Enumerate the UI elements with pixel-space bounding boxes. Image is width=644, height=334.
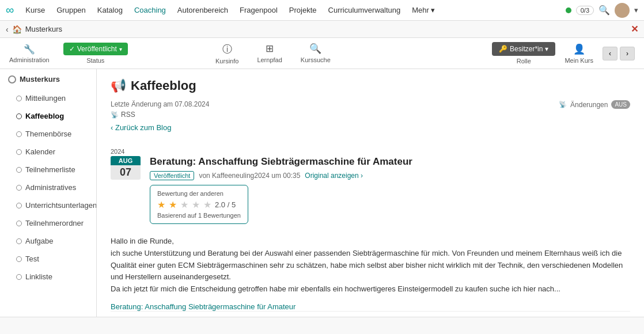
date-badge: AUG 07: [111, 156, 141, 231]
sidebar: Musterkurs Mitteilungen Kaffeeblog Theme…: [0, 69, 97, 317]
sidebar-header: Musterkurs: [0, 69, 96, 89]
back-button[interactable]: ‹: [6, 25, 9, 34]
rolle-label: Besitzer*in: [510, 45, 543, 53]
sidebar-item-kaffeeblog[interactable]: Kaffeeblog: [0, 107, 96, 125]
nav-curriculum[interactable]: Curriculumverwaltung: [324, 3, 406, 17]
back-to-blog-link[interactable]: ‹ Zurück zum Blog: [111, 123, 171, 132]
post-author-date: von Kaffeeneuling2024 um 00:35: [199, 172, 300, 180]
sidebar-label-aufgabe: Aufgabe: [25, 237, 53, 245]
mein-kurs-icon: 👤: [573, 43, 585, 55]
rolle-area: 🔑 Besitzer*in ▾ Rolle: [492, 42, 555, 64]
sidebar-item-aufgabe[interactable]: Aufgabe: [0, 232, 96, 250]
nav-right: 0/3 🔍 ▾: [566, 3, 638, 18]
rating-label: Bewertung der anderen: [157, 190, 241, 197]
sidebar-item-linkliste[interactable]: Linkliste: [0, 268, 96, 286]
administration-button[interactable]: 🔧 Administration: [9, 44, 50, 63]
prev-button[interactable]: ‹: [603, 47, 618, 60]
kursinfo-label: Kursinfo: [215, 58, 238, 64]
lernpfad-button[interactable]: ⊞ Lernpfad: [257, 43, 282, 64]
sidebar-dot-icon: [16, 238, 22, 244]
sidebar-label-test: Test: [25, 255, 39, 263]
kurssuche-icon: 🔍: [309, 43, 321, 55]
nav-coaching[interactable]: Coaching: [130, 3, 171, 17]
date-day: 07: [111, 165, 141, 180]
published-badge: Veröffentlicht: [150, 171, 194, 180]
sidebar-dot-icon: [16, 113, 22, 119]
notification-badge[interactable]: 0/3: [576, 6, 594, 15]
nav-katalog[interactable]: Katalog: [93, 3, 127, 17]
page-title: Kaffeeblog: [131, 78, 196, 93]
sidebar-item-kalender[interactable]: Kalender: [0, 143, 96, 161]
nav-gruppen[interactable]: Gruppen: [52, 3, 90, 17]
rating-box: Bewertung der anderen ★ ★ ★ ★ ★ 2.0 / 5 …: [150, 185, 248, 224]
rss-small-icon: 📡: [559, 101, 567, 108]
status-button[interactable]: ✓ Veröffentlicht ▾: [63, 43, 128, 55]
post-meta-row: Veröffentlicht von Kaffeeneuling2024 um …: [150, 171, 630, 180]
page-title-row: 📢 Kaffeeblog: [111, 78, 630, 93]
sidebar-label-mitteilungen: Mitteilungen: [25, 94, 66, 103]
comments-row[interactable]: 💬 Kommentare (0): [111, 311, 630, 317]
main-layout: Musterkurs Mitteilungen Kaffeeblog Theme…: [0, 69, 644, 317]
checkmark-icon: ✓: [69, 45, 75, 53]
year-label: 2024: [111, 148, 630, 155]
sidebar-item-administratives[interactable]: Administratives: [0, 179, 96, 196]
nav-projekte[interactable]: Projekte: [285, 3, 321, 17]
meta-area: Letzte Änderung am 07.08.2024 📡 Änderung…: [111, 100, 630, 119]
nav-autorenbereich[interactable]: Autorenbereich: [173, 3, 233, 17]
main-content: 📢 Kaffeeblog Letzte Änderung am 07.08.20…: [97, 69, 644, 317]
star-5: ★: [203, 199, 211, 210]
sidebar-dot-icon: [16, 203, 22, 208]
sidebar-label-themenboerse: Themenbörse: [25, 130, 71, 138]
nav-kurse[interactable]: Kurse: [21, 3, 50, 17]
caret-down-icon: ▾: [119, 46, 122, 52]
sidebar-item-test[interactable]: Test: [0, 250, 96, 268]
key-icon: 🔑: [499, 45, 507, 53]
sidebar-item-teilnehmerliste[interactable]: Teilnehmerliste: [0, 161, 96, 179]
close-button[interactable]: ✕: [631, 24, 638, 35]
nav-fragenpool[interactable]: Fragenpool: [235, 3, 282, 17]
sidebar-label-administratives: Administratives: [25, 183, 76, 192]
bottom-bar: [0, 317, 644, 334]
star-4: ★: [192, 199, 200, 210]
sidebar-item-teilnehmerordner[interactable]: Teilnehmerordner: [0, 214, 96, 232]
home-icon[interactable]: 🏠: [12, 25, 22, 34]
rolle-button[interactable]: 🔑 Besitzer*in ▾: [492, 42, 555, 56]
next-button[interactable]: ›: [620, 47, 635, 60]
status-area: ✓ Veröffentlicht ▾ Status: [63, 43, 128, 64]
top-nav: ∞ Kurse Gruppen Katalog Coaching Autoren…: [0, 0, 644, 21]
rss-link[interactable]: 📡 RSS: [111, 111, 630, 119]
star-3: ★: [180, 199, 188, 210]
original-link[interactable]: Original anzeigen ›: [305, 172, 363, 180]
kurssuche-button[interactable]: 🔍 Kurssuche: [301, 43, 331, 64]
post-body-text: Hallo in die Runde, ich suche Unterstütz…: [111, 236, 630, 295]
user-menu-icon[interactable]: ▾: [634, 6, 638, 14]
avatar[interactable]: [615, 3, 630, 18]
nav-mehr[interactable]: Mehr ▾: [407, 3, 440, 17]
mein-kurs-button[interactable]: 👤 Mein Kurs: [565, 43, 593, 64]
star-1: ★: [157, 199, 165, 210]
sidebar-label-unterrichtsunterlagen: Unterrichtsunterlagen: [25, 201, 97, 210]
sidebar-dot-icon: [16, 167, 22, 173]
rolle-sub-label: Rolle: [517, 58, 531, 64]
sidebar-dot-icon: [16, 274, 22, 280]
kursinfo-button[interactable]: ⓘ Kursinfo: [215, 43, 238, 64]
second-toolbar: 🔧 Administration ✓ Veröffentlicht ▾ Stat…: [0, 38, 644, 69]
date-month: AUG: [111, 156, 141, 165]
toolbar-right: 🔑 Besitzer*in ▾ Rolle 👤 Mein Kurs ‹ ›: [492, 42, 635, 64]
read-more-link[interactable]: Beratung: Anschaffung Siebträgermaschine…: [111, 302, 296, 311]
post-body: Hallo in die Runde, ich suche Unterstütz…: [111, 236, 630, 295]
logo-icon[interactable]: ∞: [6, 3, 14, 17]
sidebar-item-unterrichtsunterlagen[interactable]: Unterrichtsunterlagen: [0, 196, 96, 214]
search-icon[interactable]: 🔍: [598, 5, 610, 16]
kurssuche-label: Kurssuche: [301, 56, 331, 63]
sidebar-title: Musterkurs: [20, 75, 60, 84]
sidebar-item-mitteilungen[interactable]: Mitteilungen: [0, 89, 96, 107]
admin-label: Administration: [9, 56, 50, 63]
sidebar-item-themenboerse[interactable]: Themenbörse: [0, 125, 96, 143]
changes-row: 📡 Änderungen AUS: [559, 100, 630, 109]
sidebar-dot-icon: [16, 221, 22, 226]
read-more-row: Beratung: Anschaffung Siebträgermaschine…: [111, 302, 630, 311]
back-to-blog[interactable]: ‹ Zurück zum Blog: [111, 123, 630, 141]
toggle-switch[interactable]: AUS: [611, 100, 630, 109]
megaphone-icon: 📢: [111, 78, 126, 93]
